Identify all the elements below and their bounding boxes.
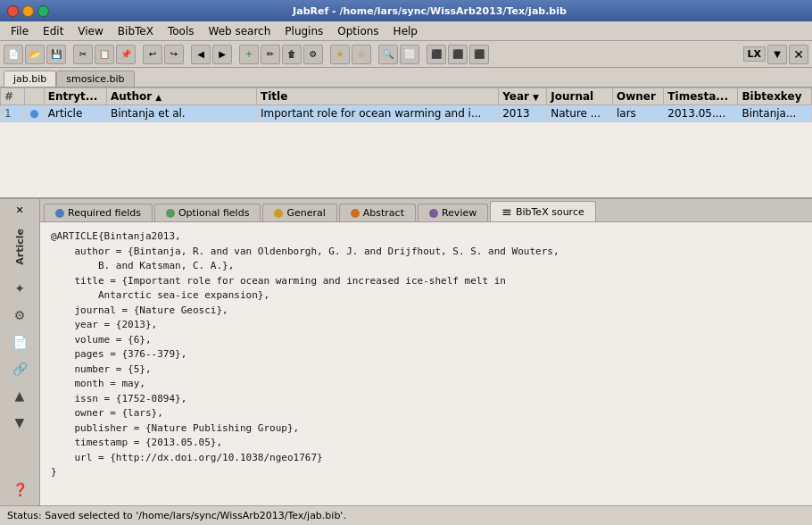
cut-button[interactable]: ✂: [73, 45, 93, 64]
next-button[interactable]: ⬛: [448, 45, 468, 64]
col-header-year[interactable]: Year ▼: [499, 88, 547, 105]
window-controls[interactable]: [7, 5, 49, 17]
cell-journal: Nature ...: [547, 105, 613, 122]
file-tabs: jab.bib smosice.bib: [0, 68, 812, 88]
cell-author: Bintanja et al.: [106, 105, 256, 122]
col-header-timestamp[interactable]: Timestа...: [664, 88, 738, 105]
tab-label-abstract: Abstract: [363, 207, 404, 219]
extra-button[interactable]: ▼: [767, 45, 787, 64]
col-header-entrytype[interactable]: Entryt...: [44, 88, 106, 105]
paste-button[interactable]: 📌: [116, 45, 136, 64]
tab-dot-required: [55, 209, 64, 218]
col-header-icon[interactable]: [25, 88, 45, 105]
tab-optional-fields[interactable]: Optional fields: [154, 204, 261, 221]
add-entry-button[interactable]: +: [239, 45, 259, 64]
window-title: JabRef - /home/lars/sync/WissArb2013/Tex…: [54, 5, 805, 17]
undo-button[interactable]: ↩: [143, 45, 162, 64]
col-header-journal[interactable]: Journal: [547, 88, 613, 105]
tab-dot-abstract: [351, 209, 360, 218]
cell-owner: lars: [612, 105, 663, 122]
bibtex-source-content[interactable]: @ARTICLE{Bintanja2013, author = {Bintanj…: [40, 222, 812, 505]
triangle-icon[interactable]: ▲: [9, 385, 30, 406]
search-toggle-button[interactable]: ⬜: [400, 45, 419, 64]
lx-badge[interactable]: LX: [743, 46, 766, 62]
menu-websearch[interactable]: Web search: [201, 23, 278, 39]
forward-button[interactable]: ▶: [212, 45, 232, 64]
tab-dot-optional: [166, 209, 175, 218]
tab-review[interactable]: Review: [418, 204, 488, 221]
delete-entry-button[interactable]: 🗑: [282, 45, 302, 64]
col-header-owner[interactable]: Owner: [612, 88, 663, 105]
tab-general[interactable]: General: [262, 204, 336, 221]
link-icon[interactable]: 🔗: [9, 358, 30, 379]
edit-entry-button[interactable]: ✏: [261, 45, 280, 64]
menu-file[interactable]: File: [4, 23, 36, 39]
col-header-number[interactable]: #: [1, 88, 25, 105]
search-button[interactable]: 🔍: [378, 45, 398, 64]
tab-label-bibtex: BibTeX source: [516, 206, 584, 218]
entry-table-area: # Entryt... Author ▲ Title Year ▼ Journa…: [0, 88, 812, 199]
view-button[interactable]: ⬛: [469, 45, 489, 64]
menu-edit[interactable]: Edit: [36, 23, 70, 39]
tab-bibtex-source[interactable]: ≡ BibTeX source: [490, 201, 596, 221]
entry-editor: Required fields Optional fields General …: [40, 199, 812, 505]
toolbar-right: LX ▼ ✕: [743, 45, 809, 64]
file-tab-jab[interactable]: jab.bib: [4, 71, 56, 87]
col-header-title[interactable]: Title: [257, 88, 499, 105]
editor-tabs: Required fields Optional fields General …: [40, 199, 812, 222]
tab-label-review: Review: [442, 207, 476, 219]
tab-abstract[interactable]: Abstract: [339, 204, 416, 221]
panel-close-button[interactable]: ✕: [15, 204, 23, 216]
tools-button[interactable]: ⚙: [303, 45, 323, 64]
side-iconbar: ✕ Article ✦ ⚙ 📄 🔗 ▲ ▼ ❓: [0, 199, 40, 505]
titlebar: JabRef - /home/lars/sync/WissArb2013/Tex…: [0, 0, 812, 21]
cell-title: Important role for ocean warming and i..…: [257, 105, 499, 122]
down-icon[interactable]: ▼: [9, 412, 30, 433]
tab-dot-review: [429, 209, 438, 218]
menu-help[interactable]: Help: [386, 23, 425, 39]
help-icon[interactable]: ❓: [9, 479, 30, 500]
statusbar: Status: Saved selected to '/home/lars/sy…: [0, 505, 812, 525]
prev-button[interactable]: ⬛: [427, 45, 446, 64]
mark-button[interactable]: ★: [330, 45, 350, 64]
menu-bibtex[interactable]: BibTeX: [111, 23, 161, 39]
menubar: File Edit View BibTeX Tools Web search P…: [0, 21, 812, 41]
menu-view[interactable]: View: [70, 23, 110, 39]
fetch-icon[interactable]: ✦: [9, 278, 30, 299]
cell-entrytype: Article: [44, 105, 106, 122]
col-header-bibtexkey[interactable]: Bibtexkey: [738, 88, 812, 105]
entry-type-label: Article: [14, 229, 26, 265]
new-database-button[interactable]: 📄: [4, 45, 23, 64]
tab-label-general: General: [286, 207, 325, 219]
tab-required-fields[interactable]: Required fields: [44, 204, 153, 221]
cell-timestamp: 2013.05....: [664, 105, 738, 122]
bibtex-source-icon: ≡: [501, 204, 512, 219]
close-tab-button[interactable]: ✕: [789, 45, 808, 64]
close-button[interactable]: [7, 5, 19, 17]
tab-label-optional: Optional fields: [178, 207, 249, 219]
toolbar: 📄 📂 💾 ✂ 📋 📌 ↩ ↪ ◀ ▶ + ✏ 🗑 ⚙ ★ ☆ 🔍 ⬜ ⬛ ⬛ …: [0, 41, 812, 68]
status-text: Status: Saved selected to '/home/lars/sy…: [7, 510, 346, 521]
cell-year: 2013: [499, 105, 547, 122]
bottom-panel: ✕ Article ✦ ⚙ 📄 🔗 ▲ ▼ ❓ Required fields …: [0, 199, 812, 505]
file-tab-smosice[interactable]: smosice.bib: [56, 71, 134, 87]
settings-icon[interactable]: ⚙: [9, 304, 30, 326]
table-row[interactable]: 1 ● Article Bintanja et al. Important ro…: [1, 105, 812, 122]
col-header-author[interactable]: Author ▲: [106, 88, 256, 105]
sort-arrow-author: ▲: [155, 93, 162, 102]
menu-options[interactable]: Options: [330, 23, 385, 39]
back-button[interactable]: ◀: [191, 45, 211, 64]
open-button[interactable]: 📂: [25, 45, 45, 64]
tab-label-required: Required fields: [68, 207, 141, 219]
sort-arrow-year: ▼: [533, 93, 539, 102]
unmark-button[interactable]: ☆: [352, 45, 371, 64]
minimize-button[interactable]: [22, 5, 34, 17]
maximize-button[interactable]: [37, 5, 49, 17]
redo-button[interactable]: ↪: [164, 45, 184, 64]
pdf-icon[interactable]: 📄: [9, 331, 30, 353]
copy-button[interactable]: 📋: [95, 45, 114, 64]
menu-tools[interactable]: Tools: [161, 23, 202, 39]
save-button[interactable]: 💾: [46, 45, 66, 64]
cell-icon: ●: [25, 105, 45, 122]
menu-plugins[interactable]: Plugins: [278, 23, 330, 39]
